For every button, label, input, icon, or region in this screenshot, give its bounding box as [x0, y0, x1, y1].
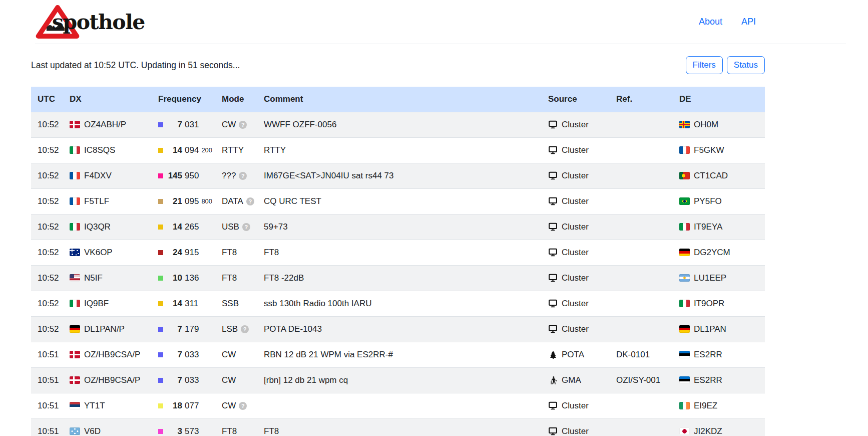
desktop-monitor-icon	[548, 426, 558, 436]
frequency-mhz: 18	[167, 401, 182, 411]
mode-help-icon[interactable]: ?	[246, 197, 254, 205]
nav-link-api[interactable]: API	[741, 17, 756, 27]
dx-callsign-link[interactable]: OZ/HB9CSA/P	[84, 350, 140, 360]
dx-flag-icon	[70, 427, 80, 435]
frequency-khz: 179	[185, 324, 199, 334]
frequency-mhz: 14	[167, 145, 182, 155]
frequency-mhz: 7	[167, 120, 182, 130]
frequency-khz: 573	[185, 426, 199, 436]
mode-label: DATA	[222, 196, 243, 206]
dx-callsign-link[interactable]: VK6OP	[84, 248, 113, 258]
dx-callsign-link[interactable]: N5IF	[84, 273, 103, 283]
frequency-mhz: 3	[167, 426, 182, 436]
ref-cell	[610, 112, 673, 137]
de-callsign-link[interactable]: IT9EYA	[694, 222, 722, 232]
de-callsign-link[interactable]: ES2RR	[694, 375, 722, 385]
comment-cell: FT8 -22dB	[257, 265, 542, 291]
column-header: Frequency	[152, 87, 215, 112]
dx-cell: OZ/HB9CSA/P	[63, 367, 152, 393]
dx-flag-icon	[70, 376, 80, 384]
source-label: Cluster	[562, 324, 589, 334]
source-label: Cluster	[562, 222, 589, 232]
de-callsign-link[interactable]: F5GKW	[694, 145, 724, 155]
brand-logo-link[interactable]: spothole	[35, 4, 145, 40]
mode-label: FT8	[222, 426, 237, 436]
de-callsign-link[interactable]: EI9EZ	[694, 401, 717, 411]
de-flag-icon	[679, 300, 690, 307]
dx-callsign-link[interactable]: DL1PAN/P	[84, 324, 125, 334]
de-callsign-link[interactable]: IT9OPR	[694, 299, 724, 309]
utc-cell: 10:52	[31, 214, 63, 240]
de-cell: OH0M	[673, 112, 765, 137]
filters-button[interactable]: Filters	[686, 56, 723, 74]
brand-name: spothole	[52, 10, 145, 34]
mode-help-icon[interactable]: ?	[241, 325, 249, 333]
mode-cell: LSB ?	[215, 316, 257, 342]
frequency-mhz: 7	[167, 375, 182, 385]
desktop-monitor-icon	[548, 196, 558, 206]
frequency-cell: 21 095 800	[152, 188, 215, 214]
dx-cell: V6D	[63, 418, 152, 436]
ref-cell	[610, 393, 673, 418]
dx-callsign-link[interactable]: IQ3QR	[84, 222, 111, 232]
mode-help-icon[interactable]: ?	[239, 402, 247, 410]
utc-cell: 10:52	[31, 137, 63, 163]
dx-callsign-link[interactable]: YT1T	[84, 401, 105, 411]
source-cell: Cluster	[542, 291, 610, 316]
ref-cell	[610, 137, 673, 163]
status-button[interactable]: Status	[727, 56, 765, 74]
de-callsign-link[interactable]: DL1PAN	[694, 324, 726, 334]
de-cell: ES2RR	[673, 342, 765, 367]
dx-callsign-link[interactable]: F5TLF	[84, 196, 109, 206]
de-callsign-link[interactable]: CT1CAD	[694, 171, 728, 181]
mode-help-icon[interactable]: ?	[242, 223, 250, 231]
dx-cell: IQ9BF	[63, 291, 152, 316]
dx-callsign-link[interactable]: F4DXV	[84, 171, 112, 181]
toolbar-buttons: Filters Status	[686, 56, 765, 74]
band-square-icon	[158, 148, 163, 153]
dx-cell: N5IF	[63, 265, 152, 291]
nav-link-about[interactable]: About	[699, 17, 722, 27]
comment-cell: FT8	[257, 240, 542, 265]
comment-cell: FT8	[257, 418, 542, 436]
mode-help-icon[interactable]: ?	[239, 121, 247, 129]
frequency-mhz: 7	[167, 324, 182, 334]
dx-cell: F5TLF	[63, 188, 152, 214]
table-header-row: UTCDXFrequencyModeCommentSourceRef.DE	[31, 87, 765, 112]
band-square-icon	[158, 301, 163, 306]
band-square-icon	[158, 250, 163, 255]
de-callsign-link[interactable]: LU1EEP	[694, 273, 726, 283]
dx-callsign-link[interactable]: OZ4ABH/P	[84, 120, 126, 130]
de-flag-icon	[679, 249, 690, 256]
mode-cell: CW	[215, 367, 257, 393]
de-callsign-link[interactable]: PY5FO	[694, 196, 722, 206]
desktop-monitor-icon	[548, 401, 558, 410]
mode-help-icon[interactable]: ?	[239, 172, 247, 180]
frequency-cell: 7 033	[152, 367, 215, 393]
de-callsign-link[interactable]: DG2YCM	[694, 248, 730, 258]
frequency-mhz: 7	[167, 350, 182, 360]
de-flag-icon	[679, 172, 690, 179]
dx-flag-icon	[70, 351, 80, 358]
dx-callsign-link[interactable]: V6D	[84, 426, 101, 436]
comment-cell: WWFF OZFF-0056	[257, 112, 542, 137]
de-callsign-link[interactable]: ES2RR	[694, 350, 722, 360]
desktop-monitor-icon	[548, 145, 558, 155]
dx-callsign-link[interactable]: IQ9BF	[84, 299, 109, 309]
ref-cell	[610, 214, 673, 240]
mode-cell: CW	[215, 342, 257, 367]
dx-flag-icon	[70, 172, 80, 179]
de-callsign-link[interactable]: JI2KDZ	[694, 426, 722, 436]
utc-cell: 10:52	[31, 240, 63, 265]
de-callsign-link[interactable]: OH0M	[694, 120, 718, 130]
source-cell: GMA	[542, 367, 610, 393]
utc-cell: 10:52	[31, 265, 63, 291]
comment-cell: [rbn] 12 db 21 wpm cq	[257, 367, 542, 393]
dx-callsign-link[interactable]: IC8SQS	[84, 145, 115, 155]
dx-cell: OZ4ABH/P	[63, 112, 152, 137]
frequency-cell: 3 573	[152, 418, 215, 436]
dx-callsign-link[interactable]: OZ/HB9CSA/P	[84, 375, 140, 385]
de-flag-icon	[679, 274, 690, 282]
band-square-icon	[158, 378, 163, 383]
utc-cell: 10:52	[31, 291, 63, 316]
